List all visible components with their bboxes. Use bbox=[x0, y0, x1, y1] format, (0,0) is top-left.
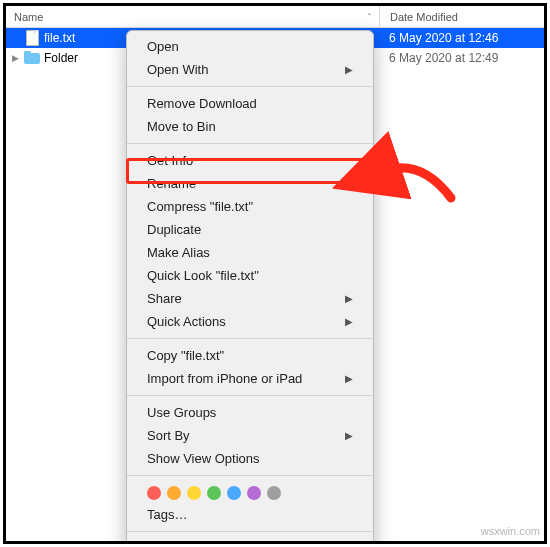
menu-label: Quick Actions bbox=[147, 313, 226, 330]
column-header-name[interactable]: Name ˆ bbox=[6, 11, 379, 23]
menu-item-import-iphone[interactable]: Import from iPhone or iPad▶ bbox=[127, 367, 373, 390]
menu-label: Remove Download bbox=[147, 95, 257, 112]
submenu-arrow-icon: ▶ bbox=[345, 370, 353, 387]
menu-item-open[interactable]: Open bbox=[127, 35, 373, 58]
submenu-arrow-icon: ▶ bbox=[345, 427, 353, 444]
menu-label: Compress "file.txt" bbox=[147, 198, 253, 215]
menu-item-move-to-bin[interactable]: Move to Bin bbox=[127, 115, 373, 138]
menu-label: Import from iPhone or iPad bbox=[147, 370, 302, 387]
file-name: file.txt bbox=[44, 31, 75, 45]
menu-separator bbox=[127, 143, 373, 144]
sort-indicator-icon: ˆ bbox=[368, 12, 371, 22]
submenu-arrow-icon: ▶ bbox=[345, 290, 353, 307]
menu-label: Use Groups bbox=[147, 404, 216, 421]
menu-item-use-groups[interactable]: Use Groups bbox=[127, 401, 373, 424]
tag-dot-green[interactable] bbox=[207, 486, 221, 500]
file-date: 6 May 2020 at 12:49 bbox=[389, 51, 498, 65]
menu-item-duplicate[interactable]: Duplicate bbox=[127, 218, 373, 241]
menu-item-quick-look[interactable]: Quick Look "file.txt" bbox=[127, 264, 373, 287]
menu-item-view-options[interactable]: Show View Options bbox=[127, 447, 373, 470]
menu-item-get-info[interactable]: Get Info bbox=[127, 149, 373, 172]
menu-label: Open With bbox=[147, 61, 208, 78]
menu-label: Tags… bbox=[147, 506, 187, 523]
menu-separator bbox=[127, 475, 373, 476]
menu-label: Rename bbox=[147, 175, 196, 192]
menu-label: Make Alias bbox=[147, 244, 210, 261]
menu-label: Share bbox=[147, 290, 182, 307]
column-header-row: Name ˆ Date Modified bbox=[6, 6, 544, 28]
tag-color-row bbox=[127, 481, 373, 503]
menu-label: Duplicate bbox=[147, 221, 201, 238]
submenu-arrow-icon: ▶ bbox=[345, 61, 353, 78]
submenu-arrow-icon: ▶ bbox=[345, 313, 353, 330]
tag-dot-orange[interactable] bbox=[167, 486, 181, 500]
menu-item-make-alias[interactable]: Make Alias bbox=[127, 241, 373, 264]
menu-label: Open bbox=[147, 38, 179, 55]
menu-label: Reveal in Windows bbox=[147, 540, 258, 544]
tag-dot-blue[interactable] bbox=[227, 486, 241, 500]
watermark: wsxwin.com bbox=[481, 525, 540, 537]
menu-label: Get Info bbox=[147, 152, 193, 169]
menu-item-open-with[interactable]: Open With▶ bbox=[127, 58, 373, 81]
menu-item-sort-by[interactable]: Sort By▶ bbox=[127, 424, 373, 447]
menu-item-quick-actions[interactable]: Quick Actions▶ bbox=[127, 310, 373, 333]
tag-dot-purple[interactable] bbox=[247, 486, 261, 500]
menu-label: Move to Bin bbox=[147, 118, 216, 135]
column-header-date[interactable]: Date Modified bbox=[379, 6, 544, 27]
context-menu: Open Open With▶ Remove Download Move to … bbox=[126, 30, 374, 544]
menu-item-compress[interactable]: Compress "file.txt" bbox=[127, 195, 373, 218]
disclosure-triangle-icon[interactable]: ▶ bbox=[10, 53, 20, 63]
menu-separator bbox=[127, 86, 373, 87]
menu-item-reveal-windows[interactable]: Reveal in Windows bbox=[127, 537, 373, 544]
menu-label: Copy "file.txt" bbox=[147, 347, 224, 364]
menu-item-rename[interactable]: Rename bbox=[127, 172, 373, 195]
file-name: Folder bbox=[44, 51, 78, 65]
file-icon bbox=[24, 30, 40, 46]
tag-dot-red[interactable] bbox=[147, 486, 161, 500]
menu-separator bbox=[127, 395, 373, 396]
menu-label: Sort By bbox=[147, 427, 190, 444]
menu-item-copy[interactable]: Copy "file.txt" bbox=[127, 344, 373, 367]
file-date: 6 May 2020 at 12:46 bbox=[389, 31, 498, 45]
menu-label: Show View Options bbox=[147, 450, 260, 467]
folder-icon bbox=[24, 51, 40, 65]
menu-label: Quick Look "file.txt" bbox=[147, 267, 259, 284]
tag-dot-grey[interactable] bbox=[267, 486, 281, 500]
menu-separator bbox=[127, 338, 373, 339]
column-date-label: Date Modified bbox=[390, 11, 458, 23]
tag-dot-yellow[interactable] bbox=[187, 486, 201, 500]
menu-item-tags[interactable]: Tags… bbox=[127, 503, 373, 526]
menu-item-share[interactable]: Share▶ bbox=[127, 287, 373, 310]
menu-item-remove-download[interactable]: Remove Download bbox=[127, 92, 373, 115]
column-name-label: Name bbox=[14, 11, 43, 23]
menu-separator bbox=[127, 531, 373, 532]
